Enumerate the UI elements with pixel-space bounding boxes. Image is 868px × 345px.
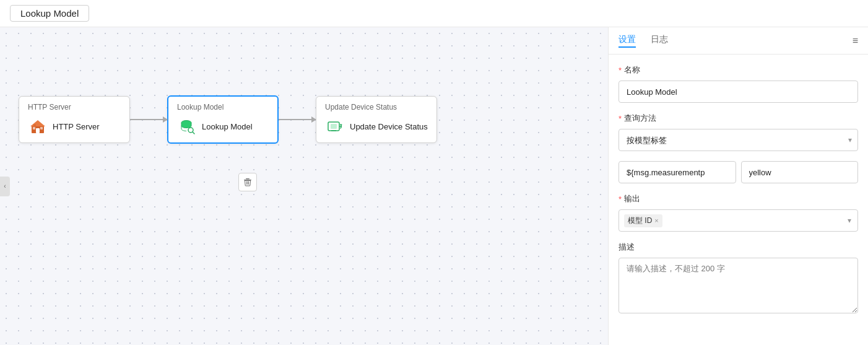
flow-node-update-device[interactable]: Update Device Status Update De (316, 96, 437, 143)
description-textarea[interactable] (618, 258, 858, 313)
lookup-model-icon (177, 116, 197, 136)
flow-container: HTTP Server (19, 95, 437, 144)
arrow-2 (279, 119, 316, 120)
form-label-output: * 输出 (618, 193, 858, 204)
form-section-name: * 名称 (618, 64, 858, 103)
collapse-button[interactable]: ‹ (0, 177, 10, 196)
svg-rect-2 (36, 128, 40, 133)
filter-key-input[interactable] (618, 161, 736, 183)
delete-node-button[interactable] (238, 173, 257, 191)
tab-logs[interactable]: 日志 (651, 34, 668, 48)
arrow-line-1 (130, 119, 167, 120)
query-method-select-wrapper: 按模型标签 按模型ID (618, 129, 858, 151)
svg-rect-3 (33, 127, 35, 129)
arrow-1 (130, 119, 167, 120)
form-section-filter (618, 161, 858, 183)
page-title: Lookup Model (10, 5, 89, 22)
output-tag-model-id: 模型 ID × (624, 214, 662, 227)
filter-value-input[interactable] (741, 161, 859, 183)
filter-input-row (618, 161, 858, 183)
form-label-query-method: * 查询方法 (618, 113, 858, 124)
node-title-lookup-model: Lookup Model (177, 103, 269, 111)
main-layout: ‹ HTTP Server (0, 27, 868, 345)
update-device-icon (325, 116, 345, 136)
svg-marker-1 (30, 120, 45, 126)
node-title-update-device: Update Device Status (325, 103, 428, 111)
arrow-line-2 (279, 119, 316, 120)
node-body-update-device: Update Device Status (325, 116, 428, 136)
query-method-select[interactable]: 按模型标签 按模型ID (618, 129, 858, 151)
node-label-update-device: Update Device Status (350, 122, 428, 131)
panel-content: * 名称 * 查询方法 按模型标签 按模型ID (609, 55, 868, 345)
tab-settings[interactable]: 设置 (618, 34, 636, 48)
required-star-name: * (618, 66, 622, 75)
required-star-output: * (618, 194, 622, 204)
flow-node-lookup-model[interactable]: Lookup Model Lookup Model (167, 95, 279, 144)
svg-line-9 (193, 132, 194, 134)
flow-node-http-server[interactable]: HTTP Server (19, 96, 130, 143)
tag-close-model-id[interactable]: × (654, 217, 658, 224)
node-title-http-server: HTTP Server (28, 103, 121, 111)
http-server-icon (28, 116, 48, 136)
panel-tabs-left: 设置 日志 (618, 34, 668, 48)
form-section-output: * 输出 模型 ID × (618, 193, 858, 232)
panel-menu-icon[interactable]: ≡ (853, 35, 858, 46)
svg-rect-4 (40, 127, 43, 129)
right-panel: 设置 日志 ≡ * 名称 * 查询方法 (608, 27, 868, 345)
form-label-name: * 名称 (618, 64, 858, 76)
top-bar: Lookup Model (0, 0, 868, 27)
output-tag-select[interactable]: 模型 ID × (618, 209, 858, 232)
panel-tabs: 设置 日志 ≡ (609, 27, 868, 55)
form-section-query-method: * 查询方法 按模型标签 按模型ID (618, 113, 858, 151)
name-input[interactable] (618, 81, 858, 103)
svg-rect-16 (246, 178, 250, 179)
required-star-query: * (618, 114, 622, 123)
form-section-description: 描述 (618, 242, 858, 316)
svg-rect-11 (331, 124, 337, 129)
node-body-http-server: HTTP Server (28, 116, 121, 136)
node-label-lookup-model: Lookup Model (202, 122, 253, 131)
form-label-description: 描述 (618, 242, 858, 253)
node-label-http-server: HTTP Server (53, 122, 100, 131)
node-body-lookup-model: Lookup Model (177, 116, 269, 136)
canvas-area: ‹ HTTP Server (0, 27, 608, 345)
